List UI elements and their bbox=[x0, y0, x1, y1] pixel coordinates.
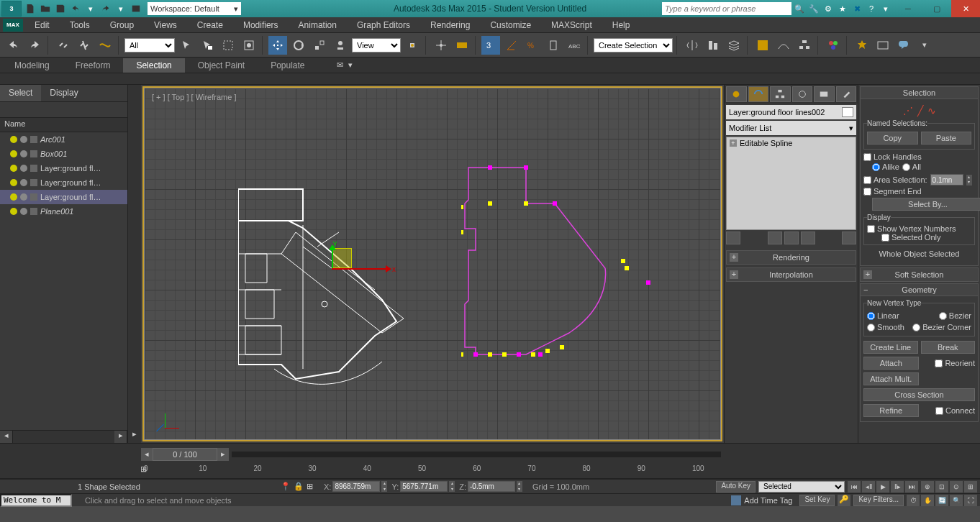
nav-pan-button[interactable]: ✋ bbox=[921, 495, 934, 506]
lock-handles-checkbox[interactable] bbox=[863, 153, 871, 161]
render-setup-button[interactable] bbox=[853, 36, 871, 55]
attach-button[interactable]: Attach bbox=[863, 357, 919, 370]
goto-end-button[interactable]: ⏭ bbox=[905, 481, 918, 493]
exchange-icon[interactable]: ✖ bbox=[850, 2, 863, 15]
object-color-swatch[interactable] bbox=[842, 107, 853, 117]
project-icon[interactable] bbox=[130, 2, 142, 15]
menu-edit[interactable]: Edit bbox=[24, 19, 60, 32]
autokey-button[interactable]: Auto Key bbox=[716, 481, 756, 493]
select-by-button[interactable]: Select By... bbox=[872, 198, 980, 211]
time-prev-button[interactable]: ◂ bbox=[141, 448, 153, 461]
scene-tab-display[interactable]: Display bbox=[41, 85, 86, 101]
pivot-center-button[interactable] bbox=[403, 36, 422, 55]
help-icon[interactable]: ? bbox=[865, 2, 878, 15]
scene-scroll-left[interactable]: ◂ bbox=[0, 431, 13, 443]
scene-scroll-right[interactable]: ▸ bbox=[114, 431, 127, 443]
geometry-rollout-header[interactable]: −Geometry bbox=[861, 284, 978, 296]
bezier-radio[interactable] bbox=[939, 312, 947, 320]
render-button[interactable] bbox=[894, 36, 913, 55]
modifier-stack[interactable]: +Editable Spline bbox=[726, 137, 856, 230]
cmd-tab-create[interactable] bbox=[726, 86, 747, 102]
minimize-button[interactable]: ─ bbox=[894, 0, 922, 17]
cmd-tab-modify[interactable] bbox=[748, 86, 769, 102]
manipulate-button[interactable] bbox=[432, 36, 450, 55]
timeline-ruler[interactable]: 0102030405060708090100 ⊞ bbox=[0, 464, 980, 479]
visibility-icon[interactable] bbox=[10, 179, 17, 186]
visibility-icon[interactable] bbox=[10, 136, 17, 143]
menu-modifiers[interactable]: Modifiers bbox=[233, 19, 289, 32]
key-icon-button[interactable]: 🔑 bbox=[838, 495, 850, 506]
close-button[interactable]: ✕ bbox=[951, 0, 980, 17]
menu-rendering[interactable]: Rendering bbox=[420, 19, 480, 32]
select-name-button[interactable] bbox=[198, 36, 217, 55]
unlink-button[interactable] bbox=[75, 36, 94, 55]
undo-icon[interactable] bbox=[69, 2, 82, 15]
modifier-list-combo[interactable]: Modifier List▾ bbox=[726, 121, 856, 135]
scene-tab-select[interactable]: Select bbox=[0, 85, 41, 101]
rendered-frame-button[interactable] bbox=[874, 36, 892, 55]
new-file-icon[interactable] bbox=[24, 2, 37, 15]
subobj-vertex-button[interactable]: ⋰ bbox=[903, 105, 913, 116]
trackbar-config-icon[interactable]: ⊞ bbox=[140, 464, 153, 476]
search-input[interactable] bbox=[662, 2, 791, 15]
link-button[interactable] bbox=[54, 36, 73, 55]
stack-unique-button[interactable] bbox=[784, 232, 799, 244]
scene-item[interactable]: Layer:ground fl… bbox=[0, 175, 127, 190]
freeze-icon[interactable] bbox=[20, 179, 27, 186]
undo-dropdown-icon[interactable]: ▾ bbox=[84, 2, 97, 15]
nav-zoom-button[interactable]: 🔍 bbox=[950, 495, 963, 506]
copy-named-button[interactable]: Copy bbox=[867, 132, 918, 145]
stack-remove-button[interactable] bbox=[801, 232, 815, 244]
viewport-nav-2[interactable]: ⊡ bbox=[935, 481, 948, 493]
cmd-tab-motion[interactable] bbox=[792, 86, 813, 102]
subobj-spline-button[interactable]: ∿ bbox=[927, 105, 936, 116]
scene-explorer-button[interactable] bbox=[753, 36, 772, 55]
keyboard-shortcut-button[interactable] bbox=[453, 36, 471, 55]
lock-selection-icon[interactable]: 🔒 bbox=[294, 482, 307, 491]
ribbon-dropdown-icon[interactable]: ▾ bbox=[348, 60, 357, 70]
ribbon-tab-populate[interactable]: Populate bbox=[258, 58, 317, 73]
workspace-selector[interactable]: Workspace: Default▾ bbox=[148, 2, 241, 15]
scene-collapse-button[interactable]: ▸ bbox=[128, 85, 141, 443]
menu-customize[interactable]: Customize bbox=[480, 19, 541, 32]
all-radio[interactable] bbox=[902, 163, 910, 171]
layers-button[interactable] bbox=[725, 36, 743, 55]
scale-button[interactable] bbox=[310, 36, 329, 55]
schematic-view-button[interactable] bbox=[795, 36, 814, 55]
subscription-icon[interactable]: ⚙ bbox=[822, 2, 835, 15]
nav-orbit-button[interactable]: 🔄 bbox=[935, 495, 948, 506]
segment-end-checkbox[interactable] bbox=[863, 188, 871, 196]
mirror-button[interactable] bbox=[683, 36, 702, 55]
render-dropdown-icon[interactable]: ▾ bbox=[915, 36, 934, 55]
freeze-icon[interactable] bbox=[20, 208, 27, 215]
favorite-icon[interactable]: ★ bbox=[836, 2, 849, 15]
scene-object-list[interactable]: Arc001Box001Layer:ground fl…Layer:ground… bbox=[0, 132, 127, 430]
maxscript-listener[interactable] bbox=[0, 494, 72, 507]
time-next-button[interactable]: ▸ bbox=[217, 448, 229, 461]
scene-item[interactable]: Layer:ground fl… bbox=[0, 190, 127, 204]
paste-named-button[interactable]: Paste bbox=[921, 132, 972, 145]
freeze-icon[interactable] bbox=[20, 193, 27, 201]
help-dropdown-icon[interactable]: ▾ bbox=[879, 2, 892, 15]
menu-grapheditors[interactable]: Graph Editors bbox=[347, 19, 420, 32]
app-logo-icon[interactable]: 3 bbox=[1, 1, 22, 17]
viewport-nav-1[interactable]: ⊕ bbox=[921, 481, 934, 493]
selection-rollout-header[interactable]: Selection bbox=[861, 87, 978, 99]
break-button[interactable]: Break bbox=[921, 341, 976, 354]
placement-button[interactable] bbox=[331, 36, 350, 55]
viewport-nav-3[interactable]: ⊙ bbox=[950, 481, 963, 493]
menu-animation[interactable]: Animation bbox=[289, 19, 347, 32]
viewport-nav-4[interactable]: ⊞ bbox=[964, 481, 977, 493]
subobj-segment-button[interactable]: ╱ bbox=[917, 105, 923, 116]
named-selections-combo[interactable]: Create Selection Se bbox=[594, 38, 673, 52]
snap-3d-button[interactable]: 3 bbox=[481, 36, 500, 55]
percent-snap-button[interactable]: % bbox=[523, 36, 542, 55]
select-object-button[interactable] bbox=[177, 36, 196, 55]
create-line-button[interactable]: Create Line bbox=[863, 341, 918, 354]
visibility-icon[interactable] bbox=[10, 165, 17, 172]
maximize-button[interactable]: ▢ bbox=[922, 0, 951, 17]
area-selection-input[interactable] bbox=[930, 174, 963, 186]
align-button[interactable] bbox=[704, 36, 722, 55]
stack-item-editable-spline[interactable]: +Editable Spline bbox=[727, 137, 856, 149]
freeze-icon[interactable] bbox=[20, 136, 27, 143]
